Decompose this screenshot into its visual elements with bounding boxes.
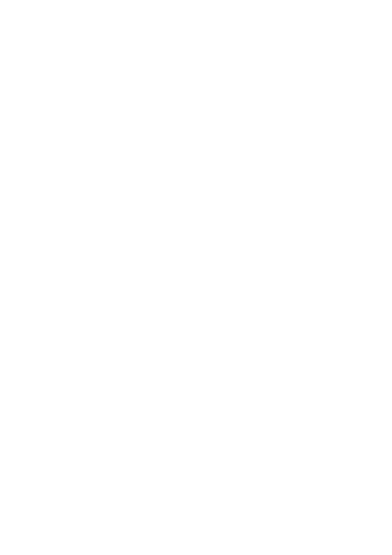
section6-left-list <box>50 177 161 181</box>
wushu-left-1 <box>50 85 161 93</box>
top-right-block <box>158 47 285 51</box>
top-left-block <box>50 47 161 51</box>
section5-right-list <box>158 84 285 88</box>
wushu-left-5 <box>50 124 161 131</box>
section6-right-list <box>158 182 285 186</box>
section5-left-list <box>50 85 161 137</box>
wushu-left-3 <box>50 111 161 119</box>
wushu-left-2 <box>50 98 161 106</box>
page-root <box>0 0 392 47</box>
